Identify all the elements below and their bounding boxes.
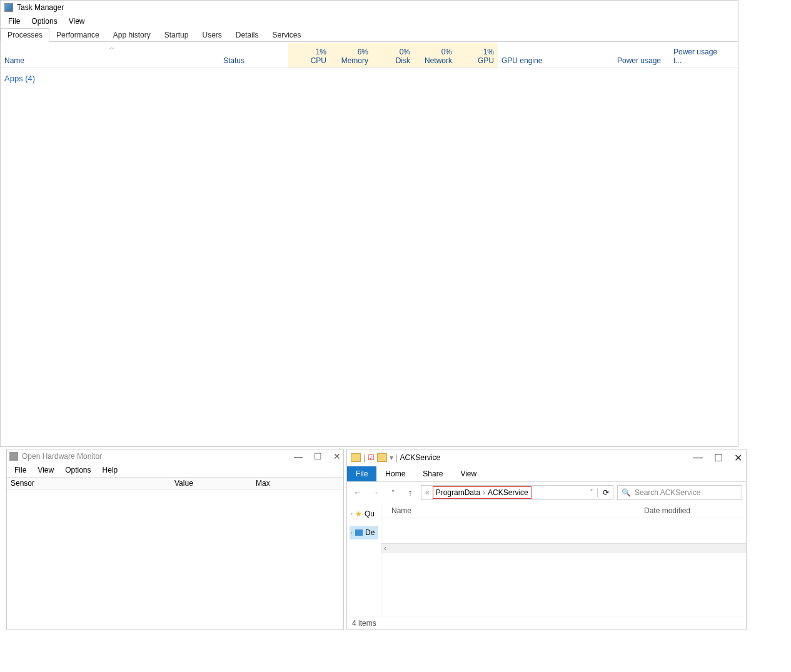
col-cpu[interactable]: 1%CPU [288,43,330,68]
sidebar-item-desktop[interactable]: ›De [350,526,378,539]
title-bar[interactable]: | ☑ ▾ | ACKService — ☐ ✕ [347,449,746,466]
back-button[interactable]: ← [351,488,365,498]
col-power-trend[interactable]: Power usage t... [670,43,726,68]
navigation-bar: ← → ˅ ↑ « ProgramData › ACKService ˅ ⟳ 🔍… [347,482,746,503]
ohm-icon [9,452,18,461]
chevron-right-icon[interactable]: › [483,488,485,497]
col-power-usage[interactable]: Power usage [613,43,670,68]
recent-dropdown[interactable]: ˅ [386,489,400,496]
tab-performance[interactable]: Performance [49,28,106,41]
breadcrumb-highlighted: ProgramData › ACKService [433,487,531,498]
sidebar-item-quick-access[interactable]: ›★Qu [350,507,378,521]
tab-details[interactable]: Details [229,28,266,41]
file-explorer-window: | ☑ ▾ | ACKService — ☐ ✕ File Home Share… [346,449,747,630]
address-bar[interactable]: « ProgramData › ACKService ˅ ⟳ [421,485,613,500]
menu-options[interactable]: Options [60,464,96,476]
menu-options[interactable]: Options [26,16,62,27]
open-hardware-monitor-window: Open Hardware Monitor — ☐ ✕ File View Op… [6,449,344,630]
up-button[interactable]: ↑ [403,488,417,498]
col-disk[interactable]: 0%Disk [372,43,414,68]
forward-button[interactable]: → [368,488,382,498]
window-title: Task Manager [17,3,64,12]
ribbon-file[interactable]: File [347,466,376,481]
refresh-button[interactable]: ⟳ [597,488,609,497]
menu-bar: File View Options Help [7,463,343,477]
ribbon-home[interactable]: Home [376,466,414,481]
process-group-header: Apps (4) [1,68,738,88]
column-headers: Sensor Value Max [7,477,343,489]
col-memory[interactable]: 6%Memory [330,43,372,68]
folder-icon [377,453,387,462]
tab-startup[interactable]: Startup [158,28,196,41]
tab-strip: Processes Performance App history Startu… [1,28,738,42]
search-placeholder: Search ACKService [635,488,700,497]
process-list: Apps (4) [1,68,738,88]
window-title: Open Hardware Monitor [22,452,102,461]
tab-app-history[interactable]: App history [106,28,158,41]
breadcrumb-item[interactable]: ProgramData [436,488,480,497]
menu-help[interactable]: Help [98,464,123,476]
search-icon: 🔍 [622,488,631,497]
search-input[interactable]: 🔍 Search ACKService [617,485,742,500]
col-gpu-engine[interactable]: GPU engine [498,43,613,68]
ribbon-tabs: File Home Share View [347,466,746,482]
menu-file[interactable]: File [3,16,25,27]
menu-file[interactable]: File [9,464,31,476]
task-manager-window: Task Manager File Options View Processes… [0,0,738,447]
col-name[interactable]: Name [1,43,219,68]
col-network[interactable]: 0%Network [414,43,456,68]
breadcrumb-item[interactable]: ACKService [488,488,528,497]
maximize-button[interactable]: ☐ [314,451,322,461]
scroll-left-icon[interactable]: ‹ [381,544,389,553]
col-date[interactable]: Date modified [644,506,746,515]
tab-users[interactable]: Users [195,28,228,41]
horizontal-scrollbar[interactable]: ‹ [381,543,746,553]
status-bar: 4 items [347,616,746,629]
minimize-button[interactable]: — [693,452,703,464]
title-bar[interactable]: Open Hardware Monitor — ☐ ✕ [7,449,343,463]
title-bar[interactable]: Task Manager [1,1,738,14]
column-headers: Name Date modified [381,503,746,518]
window-title: ACKService [400,453,441,462]
task-manager-icon [4,3,13,12]
close-button[interactable]: ✕ [734,452,742,464]
col-name[interactable]: Name [381,506,644,515]
menu-view[interactable]: View [64,16,90,27]
close-button[interactable]: ✕ [333,451,341,461]
maximize-button[interactable]: ☐ [714,452,723,464]
col-gpu[interactable]: 1%GPU [456,43,498,68]
folder-icon [351,453,361,462]
column-headers: Name Status 1%CPU 6%Memory 0%Disk 0%Netw… [1,43,738,68]
col-max[interactable]: Max [252,479,333,488]
breadcrumb-prefix: « [425,488,430,497]
item-count: 4 items [352,619,376,628]
quick-access-checkbox-icon[interactable]: ☑ [368,453,375,462]
file-list: Name Date modified ‹ [381,503,746,616]
col-value[interactable]: Value [171,479,252,488]
minimize-button[interactable]: — [294,451,303,461]
col-status[interactable]: Status [219,43,288,68]
navigation-pane[interactable]: ›★Qu ›De [347,503,381,616]
menu-bar: File Options View [1,14,738,28]
ribbon-view[interactable]: View [451,466,485,481]
tab-processes[interactable]: Processes [1,28,49,42]
ribbon-share[interactable]: Share [414,466,451,481]
menu-view[interactable]: View [33,464,59,476]
tab-services[interactable]: Services [266,28,308,41]
col-sensor[interactable]: Sensor [7,479,171,488]
address-dropdown-icon[interactable]: ˅ [590,488,593,497]
